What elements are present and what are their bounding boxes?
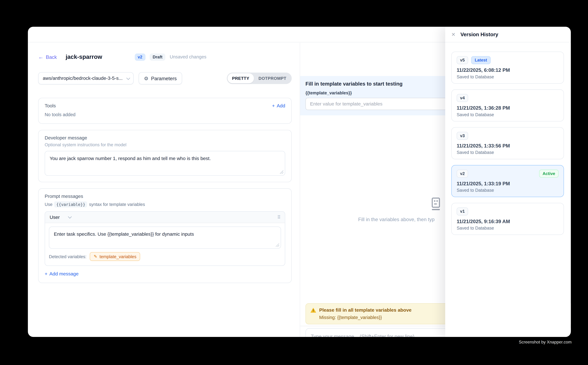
pencil-icon: ✎ xyxy=(94,254,97,259)
developer-message-subtitle: Optional system instructions for the mod… xyxy=(45,142,285,147)
resize-handle-icon[interactable] xyxy=(276,243,279,247)
version-badge: v2 xyxy=(135,53,145,61)
version-status: Saved to Database xyxy=(457,112,559,117)
prompt-hint: Use {{variable}} syntax for template var… xyxy=(45,201,285,208)
warning-icon: ! xyxy=(311,308,316,313)
version-card-v3[interactable]: v3 11/21/2025, 1:33:56 PM Saved to Datab… xyxy=(451,127,564,159)
plus-icon: + xyxy=(45,271,48,277)
screenshot-stage: ← Back jack-sparrow v2 Draft Unsaved cha… xyxy=(0,0,588,365)
app-window: ← Back jack-sparrow v2 Draft Unsaved cha… xyxy=(28,27,571,337)
version-card-v5[interactable]: v5 Latest 11/22/2025, 6:08:12 PM Saved t… xyxy=(451,52,564,84)
hint-prefix: Use xyxy=(45,202,52,207)
toggle-dotprompt[interactable]: DOTPROMPT xyxy=(254,73,291,83)
parameters-button[interactable]: ⚙ Parameters xyxy=(138,72,182,84)
prompt-messages-card: Prompt messages Use {{variable}} syntax … xyxy=(38,188,292,283)
developer-message-input[interactable]: You are jack sparrow number 1, respond a… xyxy=(45,151,285,176)
draft-badge: Draft xyxy=(150,53,166,61)
version-status: Saved to Database xyxy=(457,226,559,230)
add-message-label: Add message xyxy=(49,271,78,277)
version-date: 11/21/2025, 1:36:28 PM xyxy=(457,105,559,111)
add-message-button[interactable]: + Add message xyxy=(45,271,285,277)
version-history-title: Version History xyxy=(460,32,498,37)
detected-variables-label: Detected variables: xyxy=(49,254,86,259)
prompt-editor-panel: ← Back jack-sparrow v2 Draft Unsaved cha… xyxy=(28,43,300,337)
detected-variable-name: template_variables xyxy=(100,254,136,259)
editor-header: ← Back jack-sparrow v2 Draft Unsaved cha… xyxy=(38,52,292,62)
chevron-down-icon xyxy=(68,215,72,218)
version-date: 11/22/2025, 6:08:12 PM xyxy=(457,67,559,73)
model-select-value: aws/anthropic/bedrock-claude-3-5-s... xyxy=(43,76,123,81)
tools-card: Tools + Add No tools added xyxy=(38,98,292,124)
prompt-message-input[interactable]: Enter task specifics. Use {{template_var… xyxy=(49,226,281,249)
version-chip: v3 xyxy=(457,132,468,140)
resize-handle-icon[interactable] xyxy=(280,170,283,174)
version-list: v5 Latest 11/22/2025, 6:08:12 PM Saved t… xyxy=(451,52,564,241)
detected-variable-chip[interactable]: ✎ template_variables xyxy=(90,252,140,261)
version-chip: v1 xyxy=(457,207,468,216)
view-mode-toggle: PRETTY DOTPROMPT xyxy=(227,73,292,84)
parameters-label: Parameters xyxy=(151,75,177,81)
message-role-header: User ⠿ xyxy=(45,212,285,223)
no-tools-label: No tools added xyxy=(45,112,285,117)
latest-badge: Latest xyxy=(471,56,491,64)
warning-title: Please fill in all template variables ab… xyxy=(319,308,412,313)
version-status: Saved to Database xyxy=(457,150,559,155)
developer-message-title: Developer message xyxy=(45,135,285,140)
version-history-panel: ✕ Version History v5 Latest 11/22/2025, … xyxy=(445,27,571,337)
version-date: 11/21/2025, 1:33:19 PM xyxy=(457,181,559,187)
toggle-pretty[interactable]: PRETTY xyxy=(228,73,254,83)
hint-suffix: syntax for template variables xyxy=(89,202,145,207)
detected-variables-row: Detected variables: ✎ template_variables xyxy=(45,249,285,266)
model-toolbar: aws/anthropic/bedrock-claude-3-5-s... ⚙ … xyxy=(38,72,292,84)
version-status: Saved to Database xyxy=(457,75,559,79)
version-card-v2-active[interactable]: v2 Active 11/21/2025, 1:33:19 PM Saved t… xyxy=(451,165,564,197)
add-tool-label: Add xyxy=(277,103,285,108)
empty-state-hint: Fill in the variables above, then typ xyxy=(358,217,435,222)
watermark: Screenshot by Xnapper.com xyxy=(519,340,572,344)
prompt-message-block: User ⠿ Enter task specifics. Use {{templ… xyxy=(45,211,285,266)
back-button[interactable]: ← Back xyxy=(38,54,57,60)
back-label: Back xyxy=(46,54,57,60)
version-date: 11/21/2025, 1:33:56 PM xyxy=(457,143,559,149)
plus-icon: + xyxy=(272,103,275,108)
chevron-down-icon xyxy=(126,76,130,80)
role-select[interactable]: User xyxy=(49,214,60,220)
version-card-v4[interactable]: v4 11/21/2025, 1:36:28 PM Saved to Datab… xyxy=(451,90,564,121)
version-status: Saved to Database xyxy=(457,188,559,193)
variable-syntax-chip: {{variable}} xyxy=(54,201,87,208)
close-icon[interactable]: ✕ xyxy=(451,32,456,37)
version-card-v1[interactable]: v1 11/21/2025, 9:16:39 AM Saved to Datab… xyxy=(451,203,564,235)
version-chip: v4 xyxy=(457,94,468,102)
model-select[interactable]: aws/anthropic/bedrock-claude-3-5-s... xyxy=(38,72,134,84)
prompt-messages-title: Prompt messages xyxy=(45,194,285,199)
active-badge: Active xyxy=(539,170,559,178)
developer-message-card: Developer message Optional system instru… xyxy=(38,130,292,182)
version-date: 11/21/2025, 9:16:39 AM xyxy=(457,219,559,224)
version-history-header: ✕ Version History xyxy=(445,27,571,42)
unsaved-changes-label: Unsaved changes xyxy=(170,54,207,60)
version-chip: v2 xyxy=(457,170,468,178)
version-chip: v5 xyxy=(457,56,468,64)
tools-title: Tools xyxy=(45,103,56,108)
add-tool-button[interactable]: + Add xyxy=(272,103,285,108)
gear-icon: ⚙ xyxy=(144,76,148,81)
back-arrow-icon: ← xyxy=(38,54,44,60)
drag-handle-icon[interactable]: ⠿ xyxy=(277,214,280,220)
page-title: jack-sparrow xyxy=(66,54,102,60)
robot-icon xyxy=(429,197,442,212)
